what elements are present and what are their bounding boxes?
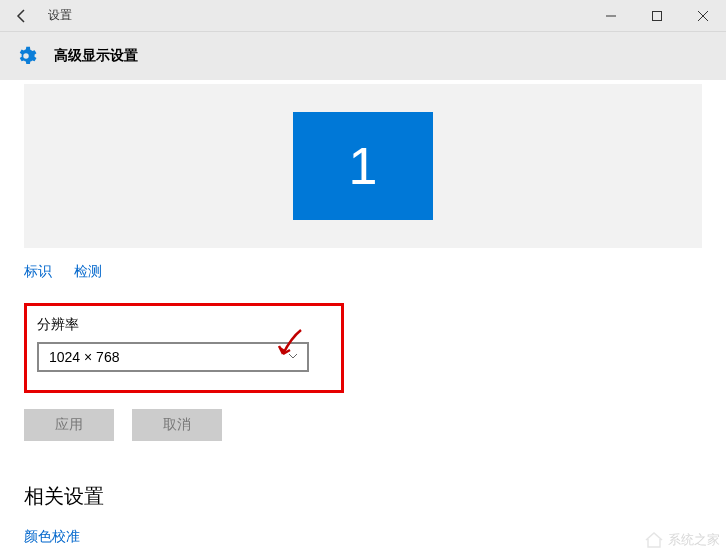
- close-button[interactable]: [680, 0, 726, 32]
- maximize-icon: [652, 11, 662, 21]
- resolution-dropdown[interactable]: 1024 × 768: [37, 342, 309, 372]
- cancel-button[interactable]: 取消: [132, 409, 222, 441]
- arrow-left-icon: [14, 8, 30, 24]
- back-button[interactable]: [0, 0, 44, 32]
- close-icon: [698, 11, 708, 21]
- minimize-button[interactable]: [588, 0, 634, 32]
- related-settings-heading: 相关设置: [24, 483, 702, 510]
- resolution-value: 1024 × 768: [49, 349, 119, 365]
- page-title: 高级显示设置: [54, 47, 138, 65]
- svg-point-1: [23, 53, 29, 59]
- resolution-highlight: 分辨率 1024 × 768: [24, 303, 344, 393]
- page-header: 高级显示设置: [0, 32, 726, 80]
- identify-link[interactable]: 标识: [24, 263, 52, 279]
- window-title: 设置: [48, 7, 72, 24]
- resolution-label: 分辨率: [37, 316, 331, 334]
- svg-rect-0: [653, 11, 662, 20]
- gear-icon: [12, 42, 40, 70]
- chevron-down-icon: [287, 350, 299, 365]
- minimize-icon: [606, 11, 616, 21]
- display-preview-area: 1: [24, 84, 702, 248]
- color-calibration-link[interactable]: 颜色校准: [24, 528, 702, 546]
- maximize-button[interactable]: [634, 0, 680, 32]
- titlebar: 设置: [0, 0, 726, 32]
- apply-button[interactable]: 应用: [24, 409, 114, 441]
- display-monitor-1[interactable]: 1: [293, 112, 433, 220]
- monitor-number: 1: [349, 136, 378, 196]
- action-buttons: 应用 取消: [24, 409, 702, 441]
- detect-link[interactable]: 检测: [74, 263, 102, 279]
- display-action-links: 标识 检测: [24, 262, 702, 281]
